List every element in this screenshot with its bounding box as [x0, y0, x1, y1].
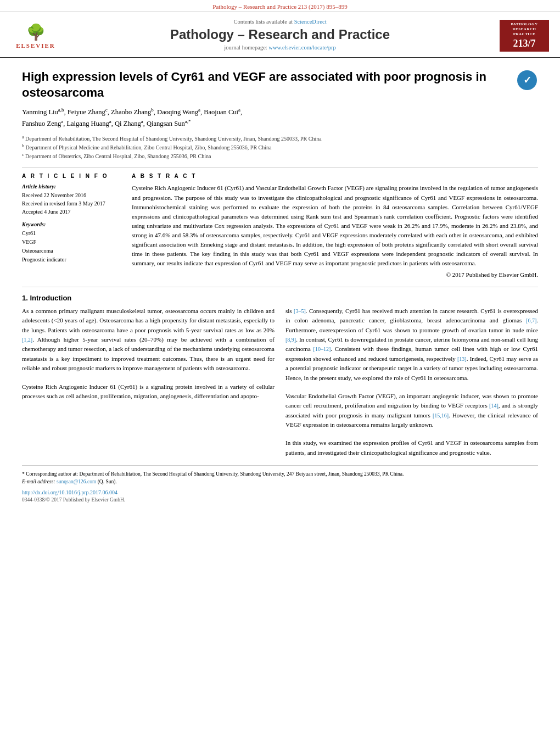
keyword-vegf: VEGF [22, 238, 121, 247]
affiliations: a Department of Rehabilitation, The Seco… [22, 134, 538, 161]
intro-right-text: sis [3–5]. Consequently, Cyr61 has recei… [285, 306, 538, 383]
journal-title: Pathology – Research and Practice [71, 27, 489, 42]
email-line: E-mail address: sunqsan@126.com (Q. Sun)… [22, 478, 538, 486]
article-history: Article history: Received 22 November 20… [22, 183, 121, 216]
intro-right-text-3: In this study, we examined the expressio… [285, 438, 538, 458]
intro-right-text-2: Vascular Endothelial Growth Factor (VEGF… [285, 392, 538, 430]
keyword-osteosarcoma: Osteosarcoma [22, 247, 121, 255]
abstract-text: Cysteine Rich Angiogenic Inducer 61 (Cyr… [132, 183, 538, 267]
intro-left-text: As a common primary malignant musculoske… [22, 306, 275, 373]
ref-8-9[interactable]: [8,9] [285, 337, 296, 343]
keywords-label: Keywords: [22, 221, 121, 227]
corresponding-author-note: * Corresponding author at: Department of… [22, 470, 538, 478]
footnote-section: * Corresponding author at: Department of… [22, 465, 538, 503]
logo-number: 213/7 [502, 38, 547, 49]
homepage-link[interactable]: www.elsevier.com/locate/prp [268, 44, 335, 51]
doi-link[interactable]: http://dx.doi.org/10.1016/j.prp.2017.06.… [22, 489, 538, 495]
ref-15-16[interactable]: [15,16] [433, 412, 449, 419]
ref-6-7[interactable]: [6,7] [526, 317, 536, 323]
abstract-heading: A B S T R A C T [132, 173, 538, 179]
history-label: Article history: [22, 183, 121, 189]
intro-columns: As a common primary malignant musculoske… [22, 306, 538, 458]
sciencedirect-link[interactable]: ScienceDirect [294, 19, 327, 25]
intro-heading: 1. Introduction [22, 294, 538, 302]
svg-text:✓: ✓ [523, 75, 531, 86]
keyword-prognostic: Prognostic indicator [22, 255, 121, 264]
contents-line: Contents lists available at ScienceDirec… [71, 19, 489, 25]
intro-right-col: sis [3–5]. Consequently, Cyr61 has recei… [285, 306, 538, 458]
ref-10-12[interactable]: [10–12] [313, 346, 331, 352]
journal-center: Contents lists available at ScienceDirec… [60, 19, 500, 53]
ref-14[interactable]: [14] [489, 403, 499, 409]
issn-line: 0344-0338/© 2017 Published by Elsevier G… [22, 497, 538, 503]
email-link[interactable]: sunqsan@126.com [57, 479, 96, 484]
divider [22, 167, 538, 168]
ref-1-2[interactable]: [1,2] [22, 337, 32, 343]
logo-title: PATHOLOGYRESEARCHPRACTICE [502, 22, 547, 37]
elsevier-brand: ELSEVIER [16, 42, 55, 49]
received-date: Received 22 November 2016 [22, 191, 121, 199]
article-info-heading: A R T I C L E I N F O [22, 173, 121, 179]
article-main: High expression levels of Cyr61 and VEGF… [0, 58, 560, 514]
authors: Yanming Liua,b, Feiyue Zhangc, Zhaobo Zh… [22, 106, 538, 129]
intro-left-col: As a common primary malignant musculoske… [22, 306, 275, 458]
citation-text: Pathology – Research and Practice 213 (2… [212, 3, 347, 10]
intro-left-text-2: Cysteine Rich Angiogenic Inducer 61 (Cyr… [22, 382, 275, 401]
journal-logo-box: PATHOLOGYRESEARCHPRACTICE 213/7 [500, 20, 549, 52]
elsevier-logo: 🌳 ELSEVIER [11, 23, 60, 49]
abstract-section: A B S T R A C T Cysteine Rich Angiogenic… [132, 173, 538, 277]
ref-13[interactable]: [13] [457, 356, 467, 362]
journal-citation: Pathology – Research and Practice 213 (2… [0, 0, 560, 12]
crossmark-icon[interactable]: ✓ [516, 69, 538, 91]
accepted-date: Accepted 4 June 2017 [22, 208, 121, 216]
elsevier-tree-icon: 🌳 [26, 23, 46, 41]
article-info-panel: A R T I C L E I N F O Article history: R… [22, 173, 121, 277]
journal-header: 🌳 ELSEVIER Contents lists available at S… [0, 12, 560, 58]
revised-date: Received in revised form 3 May 2017 [22, 199, 121, 208]
abstract-copyright: © 2017 Published by Elsevier GmbH. [132, 271, 538, 278]
homepage-line: journal homepage: www.elsevier.com/locat… [71, 44, 489, 51]
introduction-section: 1. Introduction As a common primary mali… [22, 287, 538, 458]
keywords-section: Keywords: Cyr61 VEGF Osteosarcoma Progno… [22, 221, 121, 264]
ref-3-5[interactable]: [3–5] [294, 308, 306, 314]
article-title-section: High expression levels of Cyr61 and VEGF… [22, 69, 538, 101]
article-title: High expression levels of Cyr61 and VEGF… [22, 69, 508, 101]
keyword-cyr61: Cyr61 [22, 229, 121, 238]
article-info-abstract: A R T I C L E I N F O Article history: R… [22, 173, 538, 277]
